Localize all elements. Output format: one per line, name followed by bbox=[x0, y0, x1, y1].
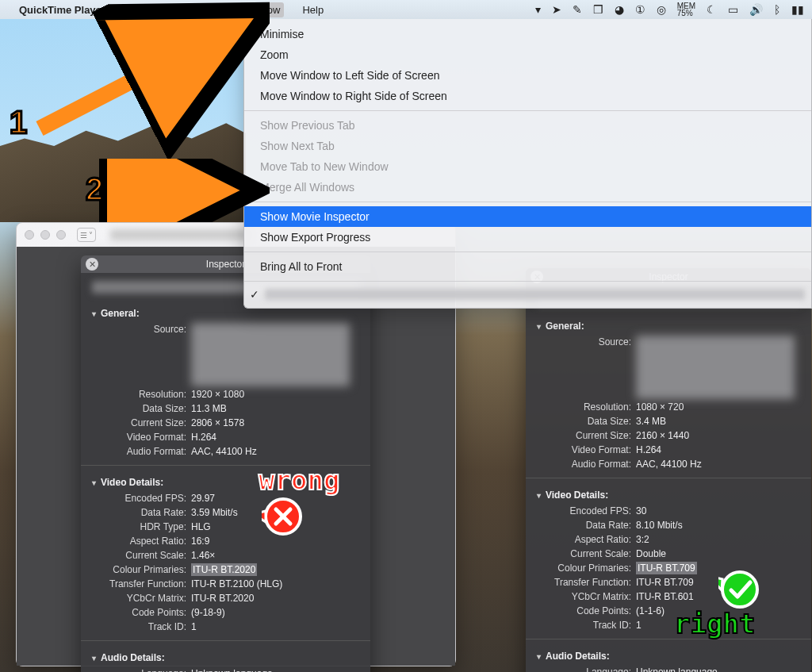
property-key: Language: bbox=[92, 667, 191, 672]
evernote-icon[interactable]: ✎ bbox=[573, 3, 582, 16]
traffic-light-close[interactable] bbox=[25, 230, 34, 240]
property-row: Current Scale:Double bbox=[537, 547, 800, 561]
section-title[interactable]: Audio Details: bbox=[537, 647, 800, 665]
menu-item[interactable]: Zoom bbox=[244, 44, 811, 65]
property-value: 1 bbox=[191, 620, 197, 633]
property-row: Data Rate:8.10 Mbit/s bbox=[537, 518, 800, 532]
property-row: Aspect Ratio:16:9 bbox=[92, 534, 359, 548]
property-key: Data Rate: bbox=[92, 506, 191, 519]
property-key: Current Size: bbox=[537, 429, 636, 442]
tray-icon[interactable]: ➤ bbox=[552, 3, 561, 16]
section-title[interactable]: Audio Details: bbox=[92, 649, 359, 666]
annotation-wrong-label: wrong bbox=[259, 464, 339, 496]
property-value: 29.97 bbox=[191, 492, 215, 505]
section-title[interactable]: Video Details: bbox=[537, 486, 800, 504]
property-key: Track ID: bbox=[537, 619, 636, 632]
property-key: Colour Primaries: bbox=[92, 563, 191, 576]
do-not-disturb-icon[interactable]: ☾ bbox=[707, 3, 717, 16]
property-value: (1-1-6) bbox=[636, 605, 665, 617]
menu-window[interactable]: Window bbox=[239, 2, 284, 17]
property-value: Unknown language bbox=[191, 667, 273, 672]
property-key: Resolution: bbox=[537, 401, 636, 413]
property-key: Source: bbox=[537, 336, 636, 399]
menu-item[interactable]: Minimise bbox=[244, 24, 811, 44]
property-row: Data Size:3.4 MB bbox=[537, 414, 800, 428]
property-key: Transfer Function: bbox=[537, 576, 636, 589]
property-key: Resolution: bbox=[92, 388, 191, 401]
property-row: Language:Unknown language bbox=[537, 665, 800, 672]
desktop-wallpaper bbox=[0, 95, 246, 222]
property-key: Source: bbox=[92, 323, 191, 386]
app-name[interactable]: QuickTime Player bbox=[19, 4, 105, 16]
1password-icon[interactable]: ① bbox=[635, 3, 645, 16]
property-row: Transfer Function:ITU-R BT.2100 (HLG) bbox=[92, 577, 359, 591]
menu-item: Show Previous Tab bbox=[244, 115, 811, 136]
menu-item[interactable]: Show Movie Inspector bbox=[244, 206, 811, 227]
property-key: Aspect Ratio: bbox=[537, 533, 636, 546]
property-value: AAC, 44100 Hz bbox=[636, 458, 702, 470]
property-value: 1920 × 1080 bbox=[191, 388, 244, 401]
dropbox-icon[interactable]: ❒ bbox=[593, 3, 603, 16]
property-value: ITU-R BT.709 bbox=[636, 576, 694, 589]
volume-icon[interactable]: 🔊 bbox=[749, 3, 763, 16]
property-key: Data Size: bbox=[537, 415, 636, 428]
property-value: ITU-R BT.601 bbox=[636, 590, 694, 603]
section-video: Video Details:Encoded FPS:30Data Rate:8.… bbox=[526, 483, 811, 634]
property-value: Unknown language bbox=[636, 666, 718, 672]
property-value: 8.10 Mbit/s bbox=[636, 519, 683, 532]
property-key: Encoded FPS: bbox=[537, 505, 636, 517]
menu-item-window-checked[interactable]: ✓ bbox=[244, 286, 811, 303]
property-row: Source: bbox=[537, 335, 800, 400]
close-icon[interactable]: ✕ bbox=[86, 258, 98, 271]
tray-icon-3[interactable]: ◎ bbox=[657, 3, 666, 16]
property-row: Source: bbox=[92, 322, 359, 387]
vlc-icon[interactable]: ▾ bbox=[535, 3, 541, 16]
property-row: Data Rate:3.59 Mbit/s bbox=[92, 505, 359, 520]
menu-item: Move Tab to New Window bbox=[244, 156, 811, 177]
svg-point-6 bbox=[722, 572, 757, 607]
property-key: Data Rate: bbox=[537, 519, 636, 532]
property-row: Audio Format:AAC, 44100 Hz bbox=[537, 457, 800, 471]
menu-item[interactable]: Show Export Progress bbox=[244, 227, 811, 248]
property-key: Audio Format: bbox=[537, 458, 636, 470]
tray-icon-2[interactable]: ◕ bbox=[615, 3, 624, 16]
menu-help[interactable]: Help bbox=[298, 2, 327, 17]
property-row: Encoded FPS:30 bbox=[537, 504, 800, 518]
menu-item[interactable]: Move Window to Left Side of Screen bbox=[244, 65, 811, 86]
bluetooth-icon[interactable]: ᛒ bbox=[774, 3, 780, 16]
property-key: Language: bbox=[537, 666, 636, 672]
property-value: 1 bbox=[636, 619, 642, 632]
property-row: Current Size:2806 × 1578 bbox=[92, 416, 359, 430]
section-title[interactable]: General: bbox=[537, 317, 800, 335]
property-value: AAC, 44100 Hz bbox=[191, 445, 257, 458]
menubar-tray: ▾ ➤ ✎ ❒ ◕ ① ◎ MEM75% ☾ ▭ 🔊 ᛒ ▮▮ bbox=[535, 2, 804, 17]
traffic-light-zoom[interactable] bbox=[56, 230, 66, 240]
property-row: Aspect Ratio:3:2 bbox=[537, 532, 800, 547]
property-key: Colour Primaries: bbox=[537, 562, 636, 574]
property-value: 2806 × 1578 bbox=[191, 417, 244, 429]
property-row: HDR Type:HLG bbox=[92, 520, 359, 534]
property-row: Code Points:(9-18-9) bbox=[92, 605, 359, 620]
battery-icon[interactable]: ▮▮ bbox=[791, 3, 804, 16]
menu-item[interactable]: Move Window to Right Side of Screen bbox=[244, 86, 811, 106]
property-row: Track ID:1 bbox=[92, 620, 359, 634]
property-row: Video Format:H.264 bbox=[92, 430, 359, 444]
svg-line-1 bbox=[40, 17, 255, 129]
property-value: H.264 bbox=[636, 444, 661, 456]
traffic-light-minimize[interactable] bbox=[40, 230, 50, 240]
airplay-icon[interactable]: ▭ bbox=[728, 3, 738, 16]
property-row: Resolution:1080 × 720 bbox=[537, 400, 800, 414]
sidebar-toggle-icon[interactable]: ☰ ˅ bbox=[77, 228, 96, 242]
property-key: Transfer Function: bbox=[92, 578, 191, 590]
property-value: HLG bbox=[191, 520, 211, 533]
menu-item: Show Next Tab bbox=[244, 136, 811, 156]
memory-indicator[interactable]: MEM75% bbox=[677, 2, 695, 17]
property-key: Video Format: bbox=[92, 431, 191, 444]
menu-file[interactable]: File bbox=[117, 2, 141, 17]
menu-item[interactable]: Bring All to Front bbox=[244, 256, 811, 277]
menu-edit[interactable]: Edit bbox=[155, 2, 181, 17]
menu-view[interactable]: View bbox=[195, 2, 225, 17]
property-row: Audio Format:AAC, 44100 Hz bbox=[92, 444, 359, 459]
property-row: YCbCr Matrix:ITU-R BT.2020 bbox=[92, 591, 359, 605]
property-row: Resolution:1920 × 1080 bbox=[92, 387, 359, 401]
